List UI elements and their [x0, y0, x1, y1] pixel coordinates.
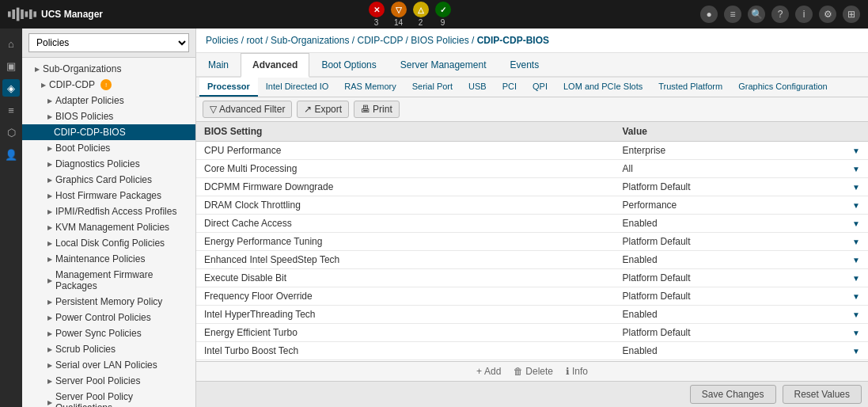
table-row[interactable]: DCPMM Firmware Downgrade Platform Defaul…: [196, 178, 868, 196]
sub-tab-graphics-configuration[interactable]: Graphics Configuration: [730, 78, 836, 97]
sub-tab-processor[interactable]: Processor: [199, 78, 258, 97]
sidebar-item-5[interactable]: ▶Boot Policies: [22, 140, 195, 156]
sidebar-item-16[interactable]: ▶Power Sync Policies: [22, 325, 195, 341]
breadcrumb-link-4[interactable]: BIOS Policies: [411, 35, 468, 46]
main-tab-events[interactable]: Events: [498, 53, 551, 76]
nav-lan[interactable]: ◈: [2, 79, 20, 97]
dropdown-arrow-icon[interactable]: ▼: [852, 201, 860, 210]
badge-warning[interactable]: ▽ 14: [391, 2, 407, 27]
sidebar-item-12[interactable]: ▶Maintenance Policies: [22, 251, 195, 267]
bottom-btn-delete[interactable]: 🗑Delete: [514, 366, 553, 377]
search-icon[interactable]: 🔍: [748, 6, 765, 23]
main-tab-main[interactable]: Main: [196, 53, 241, 76]
dropdown-arrow-icon[interactable]: ▼: [852, 238, 860, 246]
table-row[interactable]: DRAM Clock Throttling Performance ▼: [196, 196, 868, 215]
nav-home[interactable]: ⌂: [2, 35, 20, 52]
menu-icon[interactable]: ≡: [724, 6, 741, 23]
help-icon[interactable]: ?: [771, 6, 789, 23]
value-cell[interactable]: Enabled ▼: [615, 251, 868, 269]
dropdown-arrow-icon[interactable]: ▼: [852, 329, 860, 337]
sidebar-item-1[interactable]: ▶CDIP-CDP!: [22, 77, 195, 93]
table-row[interactable]: Intel Turbo Boost Tech Enabled ▼: [196, 342, 868, 360]
sidebar-item-13[interactable]: ▶Management Firmware Packages: [22, 267, 195, 294]
user-icon[interactable]: ●: [700, 6, 718, 23]
table-row[interactable]: Frequency Floor Override Platform Defaul…: [196, 287, 868, 306]
grid-icon[interactable]: ⊞: [843, 6, 860, 23]
dropdown-arrow-icon[interactable]: ▼: [852, 146, 860, 155]
breadcrumb-link-3[interactable]: CDIP-CDP: [357, 35, 403, 46]
bottom-btn-info[interactable]: ℹInfo: [566, 366, 588, 377]
info-icon[interactable]: i: [795, 6, 813, 23]
sidebar-item-19[interactable]: ▶Server Pool Policies: [22, 373, 195, 389]
table-row[interactable]: Energy Performance Tuning Platform Defau…: [196, 233, 868, 251]
sub-tab-intel-directed-io[interactable]: Intel Directed IO: [258, 78, 336, 97]
dropdown-arrow-icon[interactable]: ▼: [852, 347, 860, 356]
main-tab-boot-options[interactable]: Boot Options: [309, 53, 388, 76]
badge-ok[interactable]: ✓ 9: [435, 2, 451, 27]
save-btn-reset-values[interactable]: Reset Values: [783, 385, 862, 404]
sub-tab-lom-and-pcie-slots[interactable]: LOM and PCIe Slots: [555, 78, 650, 97]
toolbar-btn-export[interactable]: ↗Export: [297, 101, 349, 118]
sidebar-item-14[interactable]: ▶Persistent Memory Policy: [22, 294, 195, 310]
dropdown-arrow-icon[interactable]: ▼: [852, 165, 860, 173]
toolbar-btn-advanced-filter[interactable]: ▽Advanced Filter: [203, 101, 292, 118]
badge-error[interactable]: ✕ 3: [369, 2, 385, 27]
sidebar-item-20[interactable]: ▶Server Pool Policy Qualifications: [22, 389, 195, 407]
nav-storage[interactable]: ≡: [2, 101, 20, 119]
sidebar-item-8[interactable]: ▶Host Firmware Packages: [22, 188, 195, 204]
sub-tab-serial-port[interactable]: Serial Port: [404, 78, 461, 97]
breadcrumb-link-0[interactable]: Policies: [206, 35, 238, 46]
value-cell[interactable]: Platform Default ▼: [615, 233, 868, 251]
value-cell[interactable]: Platform Default ▼: [615, 178, 868, 196]
table-row[interactable]: Intel HyperThreading Tech Enabled ▼: [196, 306, 868, 324]
nav-admin[interactable]: 👤: [2, 146, 20, 163]
badge-caution[interactable]: △ 2: [413, 2, 429, 27]
sub-tab-usb[interactable]: USB: [461, 78, 495, 97]
value-cell[interactable]: Platform Default ▼: [615, 269, 868, 287]
table-row[interactable]: Energy Efficient Turbo Platform Default …: [196, 324, 868, 342]
dropdown-arrow-icon[interactable]: ▼: [852, 256, 860, 264]
value-cell[interactable]: Enabled ▼: [615, 306, 868, 324]
dropdown-arrow-icon[interactable]: ▼: [852, 274, 860, 283]
sidebar-item-18[interactable]: ▶Serial over LAN Policies: [22, 357, 195, 373]
sidebar-item-17[interactable]: ▶Scrub Policies: [22, 341, 195, 357]
value-cell[interactable]: Performance ▼: [615, 196, 868, 215]
dropdown-arrow-icon[interactable]: ▼: [852, 310, 860, 319]
value-cell[interactable]: Enabled ▼: [615, 215, 868, 233]
sidebar-item-11[interactable]: ▶Local Disk Config Policies: [22, 235, 195, 251]
table-row[interactable]: Enhanced Intel SpeedStep Tech Enabled ▼: [196, 251, 868, 269]
toolbar-btn-print[interactable]: 🖶Print: [354, 101, 400, 118]
sub-tab-ras-memory[interactable]: RAS Memory: [336, 78, 404, 97]
value-cell[interactable]: All ▼: [615, 160, 868, 178]
sidebar-item-6[interactable]: ▶Diagnostics Policies: [22, 156, 195, 172]
sidebar-item-7[interactable]: ▶Graphics Card Policies: [22, 172, 195, 188]
sidebar-item-10[interactable]: ▶KVM Management Policies: [22, 219, 195, 235]
sidebar-item-2[interactable]: ▶Adapter Policies: [22, 93, 195, 108]
settings-icon[interactable]: ⚙: [819, 6, 836, 23]
sidebar-item-3[interactable]: ▶BIOS Policies: [22, 108, 195, 124]
sidebar-item-4[interactable]: CDIP-CDP-BIOS: [22, 124, 195, 140]
bottom-btn-add[interactable]: +Add: [476, 366, 501, 377]
table-row[interactable]: CPU Performance Enterprise ▼: [196, 142, 868, 160]
dropdown-arrow-icon[interactable]: ▼: [852, 183, 860, 192]
dropdown-arrow-icon[interactable]: ▼: [852, 219, 860, 228]
sub-tab-qpi[interactable]: QPI: [525, 78, 555, 97]
sidebar-item-9[interactable]: ▶IPMI/Redfish Access Profiles: [22, 204, 195, 219]
table-row[interactable]: Direct Cache Access Enabled ▼: [196, 215, 868, 233]
breadcrumb-link-1[interactable]: root: [246, 35, 263, 46]
sub-tab-pci[interactable]: PCI: [495, 78, 525, 97]
table-row[interactable]: Execute Disable Bit Platform Default ▼: [196, 269, 868, 287]
main-tab-server-management[interactable]: Server Management: [389, 53, 498, 76]
value-cell[interactable]: Platform Default ▼: [615, 287, 868, 306]
main-tab-advanced[interactable]: Advanced: [241, 53, 309, 78]
sub-tab-trusted-platform[interactable]: Trusted Platform: [650, 78, 730, 97]
value-cell[interactable]: Platform Default ▼: [615, 324, 868, 342]
value-cell[interactable]: Enterprise ▼: [615, 142, 868, 160]
breadcrumb-link-2[interactable]: Sub-Organizations: [271, 35, 349, 46]
nav-server[interactable]: ▣: [2, 57, 20, 74]
save-btn-save-changes[interactable]: Save Changes: [690, 385, 776, 404]
sidebar-item-0[interactable]: ▶Sub-Organizations: [22, 61, 195, 77]
value-cell[interactable]: Enabled ▼: [615, 342, 868, 360]
sidebar-dropdown[interactable]: Policies: [28, 33, 189, 52]
sidebar-item-15[interactable]: ▶Power Control Policies: [22, 310, 195, 325]
